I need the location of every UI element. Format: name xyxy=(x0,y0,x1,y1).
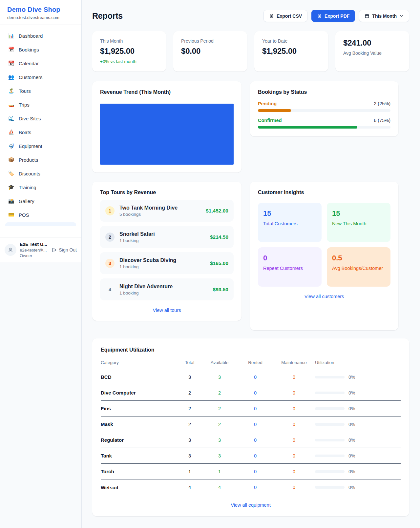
table-row: Torch 1 1 0 0 0% xyxy=(101,464,401,479)
tour-bookings: 1 booking xyxy=(119,264,205,269)
sidebar-item-equipment[interactable]: 🤿Equipment xyxy=(4,140,77,152)
export-pdf-button[interactable]: Export PDF xyxy=(311,10,355,22)
sidebar-item-label: Customers xyxy=(19,74,43,80)
period-dropdown[interactable]: This Month xyxy=(359,10,409,22)
equipment-total: 2 xyxy=(188,422,191,427)
utilization-percent: 0% xyxy=(348,422,355,427)
equipment-total: 2 xyxy=(188,390,191,396)
utilization-percent: 0% xyxy=(348,437,355,443)
sidebar-item-label: Training xyxy=(19,185,36,190)
equipment-rented: 0 xyxy=(254,469,257,474)
stat-card-year-to-date: Year to Date $1,925.00 xyxy=(254,31,328,71)
sidebar-item-label: Dashboard xyxy=(19,33,43,39)
view-all-equipment-link[interactable]: View all equipment xyxy=(101,502,401,508)
utilization-cell: 0% xyxy=(315,437,401,443)
sidebar-item-label: Trips xyxy=(19,102,30,108)
stat-card-this-month: This Month $1,925.00 +0% vs last month xyxy=(92,31,166,71)
sidebar-item-label: Tours xyxy=(19,88,31,94)
sidebar-item-pos[interactable]: 💳POS xyxy=(4,209,77,221)
utilization-cell: 0% xyxy=(315,453,401,458)
training-icon: 🎓 xyxy=(8,184,14,190)
equipment-utilization-card: Equipment Utilization Category Total Ava… xyxy=(92,338,409,516)
status-count: 2 (25%) xyxy=(374,101,390,106)
equipment-rented: 0 xyxy=(254,390,257,396)
equipment-category: BCD xyxy=(101,374,178,380)
trips-icon: 🚤 xyxy=(8,102,14,108)
stat-value: $241.00 xyxy=(343,38,401,48)
table-row: Mask 2 2 0 0 0% xyxy=(101,416,401,432)
status-row-pending: Pending 2 (25%) xyxy=(258,101,390,112)
bookings-icon: 📅 xyxy=(8,47,14,52)
equipment-category: Tank xyxy=(101,453,178,458)
utilization-track xyxy=(315,439,345,441)
sidebar-item-dashboard[interactable]: 📊Dashboard xyxy=(4,30,77,42)
sidebar-nav: 📊Dashboard 📅Bookings 📆Calendar 👥Customer… xyxy=(0,25,81,237)
equipment-category: Mask xyxy=(101,421,178,427)
equipment-total: 1 xyxy=(188,469,191,474)
equipment-icon: 🤿 xyxy=(8,143,14,149)
export-csv-button[interactable]: Export CSV xyxy=(263,10,307,22)
utilization-percent: 0% xyxy=(348,453,355,458)
equipment-maintenance: 0 xyxy=(293,422,295,427)
table-row: Dive Computer 2 2 0 0 0% xyxy=(101,385,401,401)
insight-repeat-customers: 0 Repeat Customers xyxy=(258,247,322,287)
sidebar-item-bookings[interactable]: 📅Bookings xyxy=(4,43,77,56)
main-header: Reports Export CSV Export PDF This Month xyxy=(92,10,409,22)
sidebar-active-item-partial[interactable] xyxy=(5,222,76,226)
insight-grid: 15 Total Customers 15 New This Month 0 R… xyxy=(258,203,390,287)
sign-out-button[interactable]: Sign Out xyxy=(51,247,77,253)
equipment-maintenance: 0 xyxy=(293,469,295,474)
stats-row: This Month $1,925.00 +0% vs last month P… xyxy=(92,31,409,71)
pos-icon: 💳 xyxy=(8,212,14,218)
insight-value: 0 xyxy=(263,254,316,262)
equipment-maintenance: 0 xyxy=(293,375,295,380)
user-info: E2E Test U... e2e-tester@... Owner xyxy=(20,242,48,258)
column-header: Available xyxy=(211,360,229,365)
table-row: Regulator 3 3 0 0 0% xyxy=(101,432,401,448)
revenue-trend-title: Revenue Trend (This Month) xyxy=(100,89,234,95)
tour-row: 4 Night Dive Adventure1 booking $93.50 xyxy=(100,278,234,300)
sidebar-item-products[interactable]: 📦Products xyxy=(4,153,77,166)
sidebar-item-dive-sites[interactable]: 🌊Dive Sites xyxy=(4,112,77,125)
user-role: Owner xyxy=(20,253,48,258)
brand-name[interactable]: Demo Dive Shop xyxy=(7,6,74,13)
view-all-tours-link[interactable]: View all tours xyxy=(100,308,234,313)
sidebar-item-calendar[interactable]: 📆Calendar xyxy=(4,57,77,70)
top-tours-title: Top Tours by Revenue xyxy=(100,190,234,195)
sign-out-label: Sign Out xyxy=(59,247,77,253)
sidebar-item-training[interactable]: 🎓Training xyxy=(4,181,77,193)
revenue-trend-chart xyxy=(100,104,234,165)
insight-total-customers: 15 Total Customers xyxy=(258,203,322,242)
person-icon xyxy=(8,247,13,253)
calendar-icon xyxy=(365,13,369,18)
sidebar-item-tours[interactable]: 🏝️Tours xyxy=(4,85,77,97)
utilization-track xyxy=(315,376,345,378)
tour-row: 1 Two Tank Morning Dive5 bookings $1,452… xyxy=(100,200,234,222)
sidebar-item-trips[interactable]: 🚤Trips xyxy=(4,98,77,111)
export-pdf-label: Export PDF xyxy=(325,13,349,19)
tour-revenue: $214.50 xyxy=(210,234,228,240)
equipment-available: 1 xyxy=(218,469,221,474)
user-email: e2e-tester@... xyxy=(20,248,48,253)
sidebar-item-gallery[interactable]: 📸Gallery xyxy=(4,195,77,207)
sidebar-item-label: Gallery xyxy=(19,198,34,204)
view-all-customers-link[interactable]: View all customers xyxy=(258,294,390,299)
equipment-total: 3 xyxy=(188,453,191,458)
equipment-category: Wetsuit xyxy=(101,485,178,490)
sidebar: Demo Dive Shop demo.test.divestreams.com… xyxy=(0,0,82,528)
charts-row: Revenue Trend (This Month) Bookings by S… xyxy=(92,81,409,173)
equipment-rented: 0 xyxy=(254,406,257,411)
insight-value: 15 xyxy=(263,209,316,218)
sidebar-item-boats[interactable]: ⛵Boats xyxy=(4,126,77,138)
insight-new-this-month: 15 New This Month xyxy=(327,203,390,242)
sidebar-item-customers[interactable]: 👥Customers xyxy=(4,71,77,83)
equipment-maintenance: 0 xyxy=(293,406,295,411)
sidebar-item-discounts[interactable]: 🏷️Discounts xyxy=(4,167,77,180)
column-header: Maintenance xyxy=(281,360,306,365)
boats-icon: ⛵ xyxy=(8,129,14,135)
equipment-available: 3 xyxy=(218,453,221,458)
equipment-rented: 0 xyxy=(254,453,257,458)
tour-revenue: $165.00 xyxy=(210,260,228,266)
insight-value: 0.5 xyxy=(332,254,385,262)
equipment-available: 3 xyxy=(218,375,221,380)
